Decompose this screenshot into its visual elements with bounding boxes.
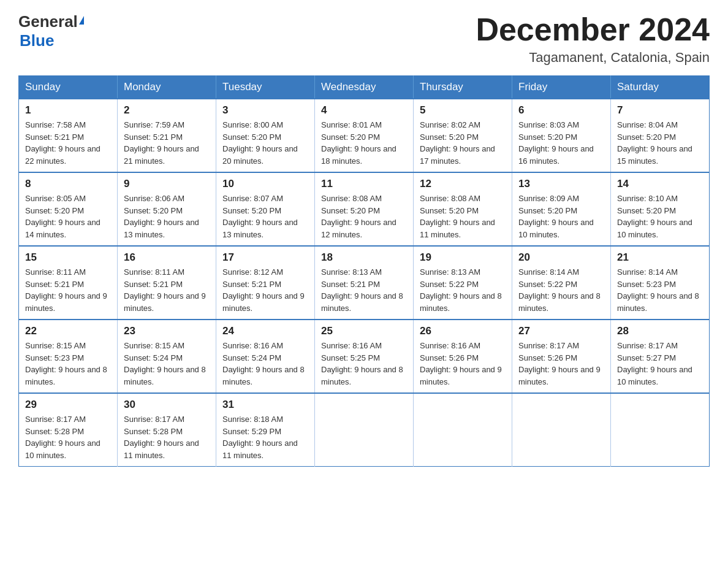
logo: General Blue <box>18 12 84 50</box>
calendar-day-cell: 17Sunrise: 8:12 AMSunset: 5:21 PMDayligh… <box>216 246 315 320</box>
day-info: Sunrise: 8:14 AMSunset: 5:22 PMDaylight:… <box>518 266 604 314</box>
calendar-header-row: SundayMondayTuesdayWednesdayThursdayFrid… <box>19 76 710 99</box>
day-info: Sunrise: 8:16 AMSunset: 5:26 PMDaylight:… <box>420 340 506 388</box>
calendar-header-friday: Friday <box>512 76 611 99</box>
calendar-day-cell <box>611 393 710 467</box>
logo-general-text: General <box>18 12 78 31</box>
day-number: 10 <box>222 178 308 190</box>
calendar-header-thursday: Thursday <box>414 76 512 99</box>
day-info: Sunrise: 8:09 AMSunset: 5:20 PMDaylight:… <box>518 193 604 240</box>
day-info: Sunrise: 8:11 AMSunset: 5:21 PMDaylight:… <box>25 266 111 314</box>
calendar-day-cell: 25Sunrise: 8:16 AMSunset: 5:25 PMDayligh… <box>315 320 414 393</box>
calendar-day-cell: 8Sunrise: 8:05 AMSunset: 5:20 PMDaylight… <box>19 172 118 246</box>
calendar-day-cell: 14Sunrise: 8:10 AMSunset: 5:20 PMDayligh… <box>611 172 710 246</box>
calendar-day-cell: 20Sunrise: 8:14 AMSunset: 5:22 PMDayligh… <box>512 246 611 320</box>
day-number: 11 <box>321 178 407 190</box>
logo-blue-text: Blue <box>20 31 54 50</box>
day-number: 28 <box>617 325 703 337</box>
day-info: Sunrise: 8:18 AMSunset: 5:29 PMDaylight:… <box>222 413 308 461</box>
calendar-day-cell: 9Sunrise: 8:06 AMSunset: 5:20 PMDaylight… <box>118 172 216 246</box>
day-number: 21 <box>617 251 703 264</box>
calendar-day-cell: 24Sunrise: 8:16 AMSunset: 5:24 PMDayligh… <box>216 320 315 393</box>
calendar-header-wednesday: Wednesday <box>315 76 414 99</box>
day-number: 31 <box>222 399 308 411</box>
day-info: Sunrise: 8:16 AMSunset: 5:25 PMDaylight:… <box>321 340 407 388</box>
day-number: 15 <box>25 251 111 264</box>
calendar-week-row: 8Sunrise: 8:05 AMSunset: 5:20 PMDaylight… <box>19 172 710 246</box>
day-info: Sunrise: 8:15 AMSunset: 5:24 PMDaylight:… <box>124 340 210 388</box>
calendar-header-sunday: Sunday <box>19 76 118 99</box>
day-number: 19 <box>420 251 506 264</box>
day-number: 27 <box>518 325 604 337</box>
day-info: Sunrise: 8:08 AMSunset: 5:20 PMDaylight:… <box>420 193 506 240</box>
calendar-day-cell: 16Sunrise: 8:11 AMSunset: 5:21 PMDayligh… <box>118 246 216 320</box>
day-info: Sunrise: 8:11 AMSunset: 5:21 PMDaylight:… <box>124 266 210 314</box>
calendar-day-cell: 22Sunrise: 8:15 AMSunset: 5:23 PMDayligh… <box>19 320 118 393</box>
day-info: Sunrise: 8:06 AMSunset: 5:20 PMDaylight:… <box>124 193 210 240</box>
day-number: 3 <box>222 104 308 117</box>
day-number: 20 <box>518 251 604 264</box>
calendar-header-monday: Monday <box>118 76 216 99</box>
calendar-week-row: 29Sunrise: 8:17 AMSunset: 5:28 PMDayligh… <box>19 393 710 467</box>
day-info: Sunrise: 7:59 AMSunset: 5:21 PMDaylight:… <box>124 119 210 167</box>
day-info: Sunrise: 8:17 AMSunset: 5:26 PMDaylight:… <box>518 340 604 388</box>
calendar-day-cell: 12Sunrise: 8:08 AMSunset: 5:20 PMDayligh… <box>414 172 512 246</box>
day-number: 12 <box>420 178 506 190</box>
day-number: 25 <box>321 325 407 337</box>
calendar-day-cell: 5Sunrise: 8:02 AMSunset: 5:20 PMDaylight… <box>414 99 512 172</box>
calendar-day-cell: 26Sunrise: 8:16 AMSunset: 5:26 PMDayligh… <box>414 320 512 393</box>
day-number: 4 <box>321 104 407 117</box>
logo-triangle-icon <box>79 16 84 25</box>
day-info: Sunrise: 8:17 AMSunset: 5:28 PMDaylight:… <box>124 413 210 461</box>
day-info: Sunrise: 8:17 AMSunset: 5:27 PMDaylight:… <box>617 340 703 388</box>
calendar-week-row: 22Sunrise: 8:15 AMSunset: 5:23 PMDayligh… <box>19 320 710 393</box>
title-area: December 2024 Tagamanent, Catalonia, Spa… <box>476 12 710 66</box>
calendar-header-tuesday: Tuesday <box>216 76 315 99</box>
page-header: General Blue December 2024 Tagamanent, C… <box>18 12 710 66</box>
day-info: Sunrise: 8:12 AMSunset: 5:21 PMDaylight:… <box>222 266 308 314</box>
day-number: 1 <box>25 104 111 117</box>
calendar-day-cell: 30Sunrise: 8:17 AMSunset: 5:28 PMDayligh… <box>118 393 216 467</box>
day-info: Sunrise: 8:01 AMSunset: 5:20 PMDaylight:… <box>321 119 407 167</box>
calendar-day-cell: 27Sunrise: 8:17 AMSunset: 5:26 PMDayligh… <box>512 320 611 393</box>
calendar-day-cell: 10Sunrise: 8:07 AMSunset: 5:20 PMDayligh… <box>216 172 315 246</box>
day-info: Sunrise: 8:00 AMSunset: 5:20 PMDaylight:… <box>222 119 308 167</box>
day-info: Sunrise: 8:13 AMSunset: 5:22 PMDaylight:… <box>420 266 506 314</box>
calendar-day-cell <box>315 393 414 467</box>
calendar-header-saturday: Saturday <box>611 76 710 99</box>
day-number: 13 <box>518 178 604 190</box>
day-number: 14 <box>617 178 703 190</box>
day-number: 9 <box>124 178 210 190</box>
day-info: Sunrise: 8:07 AMSunset: 5:20 PMDaylight:… <box>222 193 308 240</box>
calendar-day-cell: 19Sunrise: 8:13 AMSunset: 5:22 PMDayligh… <box>414 246 512 320</box>
calendar-day-cell: 7Sunrise: 8:04 AMSunset: 5:20 PMDaylight… <box>611 99 710 172</box>
day-info: Sunrise: 8:02 AMSunset: 5:20 PMDaylight:… <box>420 119 506 167</box>
day-number: 17 <box>222 251 308 264</box>
calendar-day-cell: 1Sunrise: 7:58 AMSunset: 5:21 PMDaylight… <box>19 99 118 172</box>
day-number: 30 <box>124 399 210 411</box>
calendar-day-cell: 23Sunrise: 8:15 AMSunset: 5:24 PMDayligh… <box>118 320 216 393</box>
location-title: Tagamanent, Catalonia, Spain <box>476 50 710 66</box>
day-info: Sunrise: 8:04 AMSunset: 5:20 PMDaylight:… <box>617 119 703 167</box>
day-number: 22 <box>25 325 111 337</box>
calendar-day-cell: 11Sunrise: 8:08 AMSunset: 5:20 PMDayligh… <box>315 172 414 246</box>
calendar-day-cell: 6Sunrise: 8:03 AMSunset: 5:20 PMDaylight… <box>512 99 611 172</box>
day-number: 26 <box>420 325 506 337</box>
day-info: Sunrise: 8:14 AMSunset: 5:23 PMDaylight:… <box>617 266 703 314</box>
calendar-day-cell: 31Sunrise: 8:18 AMSunset: 5:29 PMDayligh… <box>216 393 315 467</box>
calendar-day-cell: 13Sunrise: 8:09 AMSunset: 5:20 PMDayligh… <box>512 172 611 246</box>
day-number: 6 <box>518 104 604 117</box>
month-title: December 2024 <box>476 12 710 47</box>
day-info: Sunrise: 8:03 AMSunset: 5:20 PMDaylight:… <box>518 119 604 167</box>
calendar-day-cell: 4Sunrise: 8:01 AMSunset: 5:20 PMDaylight… <box>315 99 414 172</box>
day-number: 23 <box>124 325 210 337</box>
calendar-table: SundayMondayTuesdayWednesdayThursdayFrid… <box>18 75 710 467</box>
calendar-day-cell: 2Sunrise: 7:59 AMSunset: 5:21 PMDaylight… <box>118 99 216 172</box>
day-info: Sunrise: 8:15 AMSunset: 5:23 PMDaylight:… <box>25 340 111 388</box>
day-number: 29 <box>25 399 111 411</box>
calendar-day-cell: 28Sunrise: 8:17 AMSunset: 5:27 PMDayligh… <box>611 320 710 393</box>
day-info: Sunrise: 8:10 AMSunset: 5:20 PMDaylight:… <box>617 193 703 240</box>
calendar-day-cell <box>512 393 611 467</box>
day-info: Sunrise: 8:16 AMSunset: 5:24 PMDaylight:… <box>222 340 308 388</box>
day-info: Sunrise: 8:05 AMSunset: 5:20 PMDaylight:… <box>25 193 111 240</box>
